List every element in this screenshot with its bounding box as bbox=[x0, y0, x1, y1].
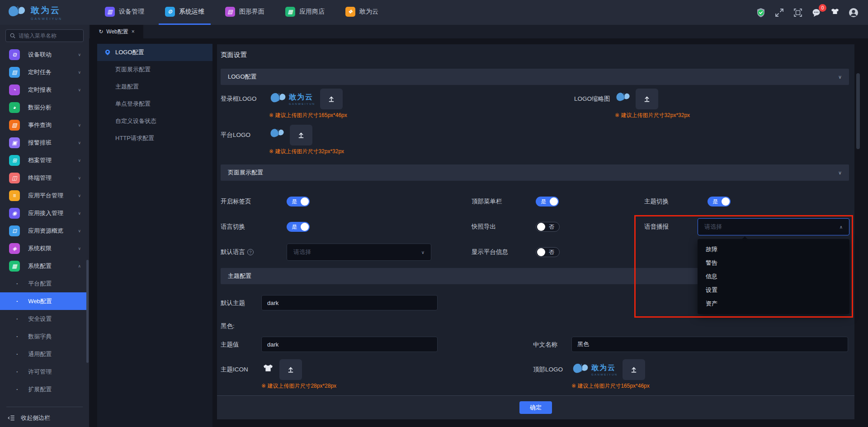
sidebar-item[interactable]: ◫ 终端管理 ∨ bbox=[0, 169, 89, 187]
config-menu-item[interactable]: HTTP请求配置 bbox=[97, 130, 212, 147]
config-menu-item[interactable]: 自定义设备状态 bbox=[97, 113, 212, 130]
close-icon[interactable]: × bbox=[132, 28, 135, 35]
upload-hint: ※ 建议上传图片尺寸28px*28px bbox=[261, 382, 533, 390]
config-menu-item[interactable]: 页面展示配置 bbox=[97, 61, 212, 78]
chevron-down-icon: ∨ bbox=[838, 170, 842, 176]
sidebar-item-label: 报警排班 bbox=[28, 139, 52, 147]
search-icon bbox=[9, 33, 16, 39]
collapse-sidebar-button[interactable]: 收起侧边栏 bbox=[0, 409, 89, 427]
voice-broadcast-select[interactable]: 请选择 ∧ bbox=[698, 218, 849, 235]
upload-hint: ※ 建议上传图片尺寸165px*46px bbox=[571, 382, 650, 390]
theme-toggle[interactable]: 是 bbox=[708, 197, 731, 206]
section-header-display[interactable]: 页面展示配置 ∨ bbox=[221, 164, 849, 181]
sidebar-subitem[interactable]: 平台配置 bbox=[0, 275, 87, 292]
sidebar-menu: ⧉ 设备联动 ∨ ▤ 定时任务 ∨ ◔ 定时报表 ∨ bbox=[0, 46, 89, 275]
sidebar-item[interactable]: ⊡ 应用资源概览 ∨ bbox=[0, 222, 89, 239]
messages-icon[interactable]: 0 bbox=[811, 7, 822, 18]
theme-icon-row: 主题ICON ※ 建议上传图片尺寸28px*28px 顶部LOGO 敢为云 GA… bbox=[221, 359, 849, 390]
lang-toggle[interactable]: 是 bbox=[287, 222, 310, 232]
sidebar-subitem-label: 数据字典 bbox=[28, 333, 52, 341]
top-menu-toggle[interactable]: 是 bbox=[536, 197, 559, 206]
left-sidebar: ⧉ 设备联动 ∨ ▤ 定时任务 ∨ ◔ 定时报表 ∨ bbox=[0, 25, 89, 427]
sidebar-item-icon: ◕ bbox=[9, 102, 20, 113]
dropdown-option[interactable]: 警告 bbox=[698, 256, 849, 270]
sidebar-subitem[interactable]: 数据字典 bbox=[0, 328, 87, 345]
refresh-icon[interactable]: ↻ bbox=[99, 28, 103, 35]
theme-value-label: 主题值 bbox=[221, 337, 261, 352]
upload-button[interactable] bbox=[636, 89, 658, 109]
tab-web-config[interactable]: ↻ Web配置 × bbox=[90, 25, 143, 38]
confirm-button[interactable]: 确定 bbox=[519, 401, 552, 414]
sidebar-divider bbox=[6, 407, 83, 407]
top-nav-item[interactable]: ▥ 设备管理 bbox=[99, 0, 151, 25]
sidebar-item-icon: ⊡ bbox=[9, 225, 20, 236]
sidebar-item[interactable]: ⊞ 档案管理 ∨ bbox=[0, 151, 89, 169]
sidebar-item-icon: ≡ bbox=[9, 190, 20, 201]
sidebar-item[interactable]: ▦ 系统配置 ∧ bbox=[0, 257, 89, 275]
snapshot-toggle[interactable]: 否 bbox=[536, 222, 560, 232]
sidebar-item-icon: ▣ bbox=[9, 137, 20, 148]
cn-name-input[interactable] bbox=[571, 337, 848, 352]
upload-button[interactable] bbox=[279, 359, 302, 380]
chevron-icon: ∨ bbox=[78, 158, 81, 163]
sidebar-item[interactable]: ≡ 应用平台管理 ∨ bbox=[0, 187, 89, 204]
screenshot-frame-icon[interactable] bbox=[793, 7, 803, 18]
sidebar-item-icon: ▧ bbox=[9, 120, 20, 131]
top-nav-item[interactable]: ❖ 敢为云 bbox=[339, 0, 385, 25]
top-logo-preview: 敢为云 GANWEIYUN bbox=[571, 361, 618, 378]
sidebar-item[interactable]: ⧉ 设备联动 ∨ bbox=[0, 46, 89, 63]
main-scrollbar[interactable] bbox=[856, 73, 860, 149]
upload-button[interactable] bbox=[623, 359, 645, 380]
sidebar-item[interactable]: ◔ 定时报表 ∨ bbox=[0, 81, 89, 99]
default-theme-label: 默认主题 bbox=[221, 295, 261, 310]
dropdown-caret bbox=[742, 236, 748, 242]
select-placeholder: 请选择 bbox=[704, 223, 722, 231]
default-lang-select[interactable]: 请选择 ∨ bbox=[287, 244, 431, 261]
top-nav-item[interactable]: ⚙ 系统运维 bbox=[159, 0, 211, 25]
user-avatar[interactable] bbox=[848, 7, 859, 18]
chevron-down-icon: ∨ bbox=[421, 250, 425, 255]
platform-info-toggle[interactable]: 否 bbox=[536, 247, 560, 257]
section-header-logo[interactable]: LOGO配置 ∨ bbox=[221, 69, 849, 85]
sidebar-scrollbar[interactable] bbox=[86, 260, 89, 363]
theme-tshirt-icon[interactable] bbox=[830, 7, 840, 18]
cn-name-label: 中文名称 bbox=[533, 337, 571, 352]
menu-search-input[interactable] bbox=[19, 33, 77, 39]
sidebar-submenu: 平台配置 Web配置 安全设置 数据字典 通用配置 许可管理 扩展配置 bbox=[0, 275, 89, 398]
help-icon[interactable]: ? bbox=[247, 249, 254, 255]
sidebar-subitem[interactable]: 许可管理 bbox=[0, 363, 87, 380]
security-shield-icon[interactable] bbox=[755, 7, 766, 18]
sidebar-item[interactable]: ▧ 事件查询 ∨ bbox=[0, 116, 89, 134]
sidebar-subitem[interactable]: Web配置 bbox=[0, 292, 87, 310]
config-menu-item[interactable]: 单点登录配置 bbox=[97, 95, 212, 113]
top-nav-item-icon: ⚙ bbox=[165, 7, 175, 17]
top-nav-item[interactable]: ▦ 应用商店 bbox=[279, 0, 331, 25]
theme-value-input[interactable] bbox=[261, 337, 438, 352]
sidebar-item[interactable]: ◉ 应用接入管理 ∨ bbox=[0, 204, 89, 222]
sidebar-subitem[interactable]: 通用配置 bbox=[0, 345, 87, 363]
config-menu-item[interactable]: 主题配置 bbox=[97, 78, 212, 95]
sidebar-item[interactable]: ◈ 系统权限 ∨ bbox=[0, 239, 89, 257]
dropdown-option[interactable]: 设置 bbox=[698, 283, 849, 297]
tabs-toggle[interactable]: 是 bbox=[287, 197, 310, 206]
dropdown-option[interactable]: 故障 bbox=[698, 243, 849, 256]
sidebar-item-label: 系统配置 bbox=[28, 262, 52, 270]
chevron-icon: ∨ bbox=[78, 141, 81, 145]
sidebar-item[interactable]: ▣ 报警排班 ∨ bbox=[0, 134, 89, 151]
dropdown-option[interactable]: 信息 bbox=[698, 270, 849, 283]
upload-button[interactable] bbox=[320, 89, 343, 109]
sidebar-item[interactable]: ▤ 定时任务 ∨ bbox=[0, 63, 89, 81]
location-pin-icon bbox=[104, 49, 111, 56]
top-nav-item-icon: ▤ bbox=[225, 7, 235, 17]
config-menu-item[interactable]: LOGO配置 bbox=[97, 44, 212, 61]
sidebar-subitem[interactable]: 安全设置 bbox=[0, 310, 87, 328]
dropdown-option[interactable]: 资产 bbox=[698, 297, 849, 310]
sidebar-subitem[interactable]: 扩展配置 bbox=[0, 380, 87, 398]
top-nav-item[interactable]: ▤ 图形界面 bbox=[219, 0, 271, 25]
upload-button[interactable] bbox=[290, 125, 312, 145]
fullscreen-icon[interactable] bbox=[774, 7, 785, 18]
sidebar-item[interactable]: ◕ 数据分析 bbox=[0, 99, 89, 116]
sidebar-subitem-label: 扩展配置 bbox=[28, 385, 52, 394]
default-theme-input[interactable] bbox=[261, 295, 438, 310]
menu-search-box[interactable] bbox=[5, 29, 84, 42]
